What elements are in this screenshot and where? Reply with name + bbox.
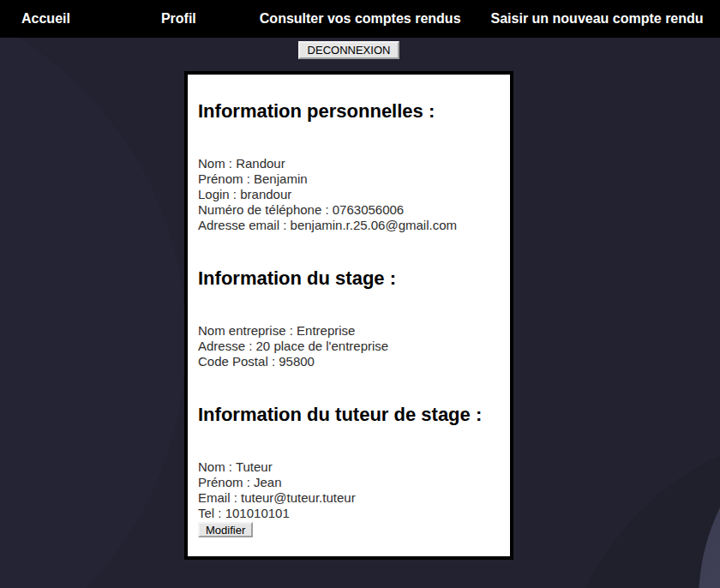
logout-button[interactable]: DECONNEXION (298, 41, 400, 59)
modify-button[interactable]: Modifier (198, 522, 253, 537)
tutor-info-title: Information du tuteur de stage : (198, 404, 500, 425)
field-nom: Nom : Randour (198, 156, 500, 171)
top-navigation-bar: Accueil Profil Consulter vos comptes ren… (0, 0, 720, 38)
field-code-postal: Code Postal : 95800 (198, 354, 500, 369)
field-entreprise: Nom entreprise : Entreprise (198, 323, 500, 339)
personal-info-lines: Nom : Randour Prénom : Benjamin Login : … (198, 156, 500, 233)
field-login: Login : brandour (198, 187, 500, 202)
field-tuteur-tel: Tel : 101010101 (198, 506, 500, 521)
section-tutor-info: Information du tuteur de stage : Nom : T… (198, 404, 500, 537)
field-tuteur-nom: Nom : Tuteur (198, 459, 500, 475)
nav-item-profil[interactable]: Profil (161, 11, 196, 27)
field-tuteur-email: Email : tuteur@tuteur.tuteur (198, 490, 500, 506)
nav-item-accueil[interactable]: Accueil (21, 11, 70, 27)
field-adresse: Adresse : 20 place de l'entreprise (198, 339, 500, 354)
internship-info-lines: Nom entreprise : Entreprise Adresse : 20… (198, 323, 500, 369)
field-prenom: Prénom : Benjamin (198, 171, 500, 187)
tutor-info-lines: Nom : Tuteur Prénom : Jean Email : tuteu… (198, 459, 500, 537)
profile-card: Information personnelles : Nom : Randour… (184, 71, 513, 560)
personal-info-title: Information personnelles : (198, 100, 500, 122)
nav-item-saisir-compte-rendu[interactable]: Saisir un nouveau compte rendu (491, 11, 704, 27)
field-telephone: Numéro de téléphone : 0763056006 (198, 202, 500, 218)
internship-info-title: Information du stage : (198, 267, 500, 289)
field-tuteur-prenom: Prénom : Jean (198, 475, 500, 490)
section-internship-info: Information du stage : Nom entreprise : … (198, 267, 500, 369)
nav-item-consulter-comptes-rendus[interactable]: Consulter vos comptes rendus (260, 11, 461, 27)
page-content: DECONNEXION Information personnelles : N… (0, 41, 698, 560)
field-email: Adresse email : benjamin.r.25.06@gmail.c… (198, 218, 500, 233)
section-personal-info: Information personnelles : Nom : Randour… (198, 100, 500, 233)
